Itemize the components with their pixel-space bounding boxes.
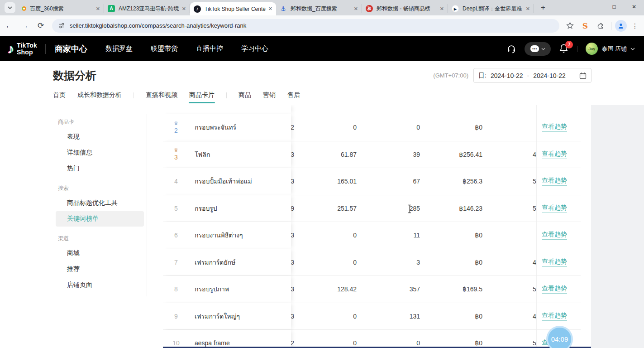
view-trend-link[interactable]: 查看趋势	[542, 150, 567, 159]
sidebar-item-关键词榜单[interactable]: 关键词榜单	[56, 211, 144, 227]
browser-menu-icon[interactable]: ⋮	[630, 22, 640, 29]
tab-close-icon[interactable]: ✕	[526, 6, 530, 12]
support-headset-icon[interactable]	[506, 44, 516, 54]
tiktok-favicon: ♪	[194, 5, 201, 13]
table-row: 9251.57285฿146.2355กรอบรูป查看趋势	[163, 195, 581, 222]
browser-tab[interactable]: AAMZ123亚马逊导航-跨境✕	[104, 4, 190, 13]
tiktok-shop-logo[interactable]: ♪ TikTok Shop	[7, 42, 37, 56]
recording-timer-bubble[interactable]: 04:09	[547, 326, 572, 348]
view-trend-link[interactable]: 查看趋势	[542, 204, 567, 213]
view-trend-link[interactable]: 查看趋势	[542, 312, 567, 321]
view-trend-link[interactable]: 查看趋势	[542, 231, 567, 240]
keyword-cell: เฟรมการ์ดยักษ์	[195, 249, 287, 276]
browser-tab[interactable]: ▸DeepL翻译：全世界最准✕	[448, 4, 534, 13]
tab-search-button[interactable]	[5, 2, 15, 13]
tab-成长和数据分析[interactable]: 成长和数据分析	[77, 91, 122, 99]
chat-bubble-icon: •••	[530, 45, 539, 52]
tab-title: 百度_360搜索	[30, 5, 93, 13]
tab-商品卡片[interactable]: 商品卡片	[189, 91, 215, 99]
sidebar-item-表现[interactable]: 表现	[56, 129, 144, 145]
browser-profile-avatar[interactable]	[615, 20, 627, 32]
date-from[interactable]: 2024-10-22	[491, 72, 523, 79]
browser-tab[interactable]: ⚓郑和数据_百度搜索✕	[276, 4, 362, 13]
tab-title: 郑和数据_百度搜索	[291, 5, 351, 13]
sticky-left-pane	[163, 105, 291, 114]
sidebar-item-店铺页面[interactable]: 店铺页面	[56, 277, 144, 293]
date-separator: -	[527, 72, 530, 79]
logo-line1: TikTok	[17, 42, 37, 49]
bookmark-star-icon[interactable]	[564, 22, 576, 29]
sidebar-item-商城[interactable]: 商城	[56, 246, 144, 261]
browser-tab[interactable]: ♪TikTok Shop Seller Center✕	[190, 2, 276, 15]
table-row: 3011฿06กรอบงานพิธีต่างๆ查看趋势	[163, 222, 581, 249]
tab-close-icon[interactable]: ✕	[354, 6, 358, 12]
tab-直播和视频[interactable]: 直播和视频	[146, 91, 177, 99]
notifications-button[interactable]: 7	[559, 44, 569, 54]
value-cell-1: 0	[307, 114, 357, 141]
sticky-left-pane: 8กรอบรูปภาพ	[163, 276, 291, 303]
header-nav-active[interactable]: 商家中心	[55, 44, 87, 54]
browser-tab[interactable]: 百度_360搜索✕	[18, 4, 104, 13]
view-trend-link[interactable]: 查看趋势	[542, 123, 567, 132]
back-button[interactable]: ←	[2, 21, 16, 30]
header-nav-item[interactable]: 联盟带货	[151, 44, 178, 53]
store-selector[interactable]: Jay 泰国 店铺	[586, 43, 635, 55]
tab-close-icon[interactable]: ✕	[182, 6, 186, 12]
forward-button[interactable]: →	[18, 21, 32, 30]
table-row: 200฿0♛2กรอบพระจันทร์查看趋势	[163, 114, 581, 141]
rank-cell: ♛3	[167, 141, 185, 168]
view-trend-link[interactable]: 查看趋势	[542, 285, 567, 294]
header-nav-item[interactable]: 直播中控	[196, 44, 223, 53]
sticky-left-pane: ♛2กรอบพระจันทร์	[163, 114, 291, 141]
new-tab-button[interactable]: +	[537, 1, 549, 14]
date-to[interactable]: 2024-10-22	[533, 72, 566, 79]
tab-close-icon[interactable]: ✕	[96, 6, 100, 12]
notification-badge: 7	[565, 41, 573, 48]
table-row: 3165.0167฿256.354กรอบปั้มมือเท้าพ่อแม่查看…	[163, 168, 581, 195]
close-button[interactable]: ✕	[624, 1, 644, 13]
site-info-icon[interactable]	[58, 22, 65, 29]
rank-cell: 9	[167, 303, 185, 330]
maximize-button[interactable]: □	[604, 1, 624, 13]
timezone-label: (GMT+07:00)	[425, 72, 468, 79]
browser-tab[interactable]: 和郑和数据 - 畅销商品榜✕	[362, 4, 448, 13]
view-trend-link[interactable]: 查看趋势	[542, 177, 567, 186]
tab-close-icon[interactable]: ✕	[440, 6, 444, 12]
sticky-right-pane: 查看趋势	[536, 249, 580, 276]
keyword-rank-table: 200฿0♛2กรอบพระจันทร์查看趋势361.8739฿256.414…	[163, 105, 581, 348]
tab-title: DeepL翻译：全世界最准	[463, 5, 523, 13]
gmv-cell: ฿0	[410, 114, 482, 141]
gmv-cell: ฿256.3	[410, 168, 482, 195]
reload-button[interactable]: ⟳	[34, 21, 48, 30]
sidebar-section-label: 渠道	[52, 232, 147, 245]
calendar-icon[interactable]	[579, 72, 587, 79]
header-nav-item[interactable]: 数据罗盘	[105, 44, 133, 53]
table-row: 30131฿049เฟรมการ์ดใหญ่ๆ查看趋势	[163, 303, 581, 330]
sidebar-item-商品标题优化工具[interactable]: 商品标题优化工具	[56, 195, 144, 211]
crown-icon: ♛	[174, 148, 178, 153]
minimize-button[interactable]: –	[584, 1, 604, 13]
sticky-right-pane	[536, 105, 580, 114]
value-cell-1: 0	[307, 249, 357, 276]
view-trend-link[interactable]: 查看趋势	[542, 258, 567, 267]
sidebar-item-热门[interactable]: 热门	[56, 161, 144, 176]
chevron-down-icon	[630, 48, 635, 50]
sidebar-item-推荐[interactable]: 推荐	[56, 261, 144, 277]
value-cell-1: 0	[307, 330, 357, 348]
extensions-puzzle-icon[interactable]	[595, 22, 606, 29]
value-cell-1: 128.42	[307, 276, 357, 303]
tab-售后[interactable]: 售后	[287, 91, 300, 99]
tab-close-icon[interactable]: ✕	[268, 6, 272, 12]
messages-button[interactable]: •••	[525, 42, 551, 56]
tab-首页[interactable]: 首页	[53, 91, 66, 99]
address-bar[interactable]: seller.tiktokglobalshop.com/compass/sear…	[52, 19, 559, 33]
rank-cell: 8	[167, 276, 185, 303]
tab-商品[interactable]: 商品	[239, 91, 251, 99]
sidebar-item-详细信息[interactable]: 详细信息	[56, 145, 144, 160]
header-nav-item[interactable]: 学习中心	[241, 44, 268, 53]
extension-s-icon[interactable]: S	[579, 21, 591, 30]
date-range-picker[interactable]: 日: 2024-10-22 - 2024-10-22	[473, 68, 592, 83]
zhenghe-bestseller-favicon: 和	[366, 5, 373, 12]
tab-divider	[226, 92, 227, 98]
tab-营销[interactable]: 营销	[263, 91, 276, 99]
